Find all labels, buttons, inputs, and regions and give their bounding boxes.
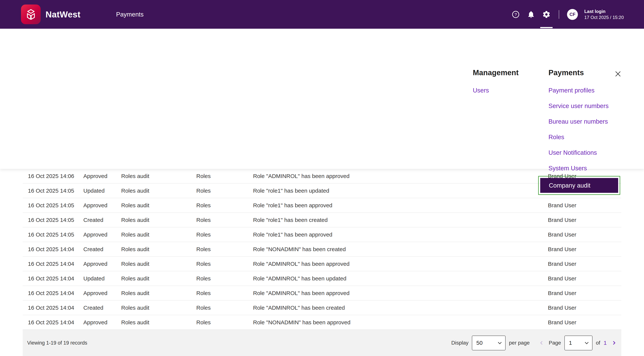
menu-link-payment-profiles[interactable]: Payment profiles bbox=[548, 83, 620, 98]
cell-action: Approved bbox=[83, 290, 121, 296]
cell-type: Roles bbox=[196, 232, 253, 238]
page-label: Page bbox=[549, 340, 561, 346]
of-label: of bbox=[596, 340, 600, 346]
cell-action: Approved bbox=[83, 232, 121, 238]
pagination-controls: Display 50 per page Page 1 of 1 bbox=[451, 335, 618, 350]
cell-category: Roles audit bbox=[121, 188, 196, 194]
notifications-button[interactable] bbox=[526, 0, 536, 29]
table-row: 16 Oct 2025 14:04ApprovedRoles auditRole… bbox=[23, 315, 621, 330]
cell-action: Approved bbox=[83, 173, 121, 179]
last-login-label: Last login bbox=[584, 9, 624, 15]
company-audit-table: 16 Oct 2025 14:06ApprovedRoles auditRole… bbox=[23, 168, 621, 330]
cell-date: 16 Oct 2025 14:04 bbox=[23, 275, 83, 282]
settings-button[interactable] bbox=[542, 0, 551, 29]
cell-category: Roles audit bbox=[121, 173, 196, 179]
records-summary: Viewing 1-19 of 19 records bbox=[27, 340, 87, 346]
close-icon bbox=[614, 70, 622, 77]
table-row: 16 Oct 2025 14:05ApprovedRoles auditRole… bbox=[23, 198, 621, 213]
cell-type: Roles bbox=[196, 173, 253, 179]
cell-date: 16 Oct 2025 14:05 bbox=[23, 217, 83, 223]
menu-link-system-users[interactable]: System Users bbox=[548, 160, 620, 176]
cell-category: Roles audit bbox=[121, 261, 196, 267]
menu-link-service-user-numbers[interactable]: Service user numbers bbox=[548, 98, 620, 114]
cell-user: Brand User bbox=[548, 202, 621, 209]
cell-type: Roles bbox=[196, 319, 253, 326]
avatar[interactable]: CF bbox=[567, 9, 578, 20]
cell-date: 16 Oct 2025 14:06 bbox=[23, 173, 83, 179]
cell-action: Approved bbox=[83, 319, 121, 326]
cell-date: 16 Oct 2025 14:04 bbox=[23, 319, 83, 326]
cell-category: Roles audit bbox=[121, 202, 196, 209]
close-menu-button[interactable] bbox=[614, 70, 622, 78]
table-row: 16 Oct 2025 14:04CreatedRoles auditRoles… bbox=[23, 300, 621, 315]
cell-user: Brand User bbox=[548, 305, 621, 311]
cell-description: Role "ADMINROL" has been updated bbox=[253, 275, 548, 282]
chevron-down-icon bbox=[497, 340, 502, 346]
cell-user: Brand User bbox=[548, 261, 621, 267]
audit-table-body: 16 Oct 2025 14:06ApprovedRoles auditRole… bbox=[23, 169, 621, 330]
cell-category: Roles audit bbox=[121, 217, 196, 223]
nav-item-payments[interactable]: Payments bbox=[116, 11, 144, 18]
cell-type: Roles bbox=[196, 290, 253, 296]
menu-link-users[interactable]: Users bbox=[473, 83, 519, 98]
settings-mega-menu: Management Users Payments Payment profil… bbox=[0, 29, 644, 169]
cell-user: Brand User bbox=[548, 246, 621, 252]
cell-description: Role "ADMINROL" has been created bbox=[253, 305, 548, 311]
menu-link-company-audit[interactable]: Company audit bbox=[540, 178, 618, 193]
per-page-label: per page bbox=[509, 340, 530, 346]
chevron-down-icon bbox=[584, 340, 590, 346]
cell-user: Brand User bbox=[548, 275, 621, 282]
cell-description: Role "NONADMIN" has been created bbox=[253, 246, 548, 252]
cell-type: Roles bbox=[196, 202, 253, 209]
menu-section-payments: Payments Payment profiles Service user n… bbox=[548, 68, 620, 195]
cell-date: 16 Oct 2025 14:04 bbox=[23, 305, 83, 311]
cell-description: Role "role1" has been updated bbox=[253, 188, 548, 194]
menu-link-bureau-user-numbers[interactable]: Bureau user numbers bbox=[548, 114, 620, 129]
next-page-button[interactable] bbox=[610, 339, 618, 347]
table-footer: Viewing 1-19 of 19 records Display 50 pe… bbox=[23, 330, 621, 356]
cell-description: Role "ADMINROL" has been approved bbox=[253, 290, 548, 296]
cell-action: Approved bbox=[83, 202, 121, 209]
table-row: 16 Oct 2025 14:05CreatedRoles auditRoles… bbox=[23, 213, 621, 227]
menu-title-management: Management bbox=[473, 68, 519, 77]
page-select[interactable]: 1 bbox=[564, 335, 592, 350]
last-login-value: 17 Oct 2025 / 15:20 bbox=[584, 15, 624, 21]
chevron-left-icon bbox=[538, 340, 545, 346]
cell-category: Roles audit bbox=[121, 232, 196, 238]
cell-user: Brand User bbox=[548, 319, 621, 326]
menu-link-roles[interactable]: Roles bbox=[548, 129, 620, 145]
menu-link-user-notifications[interactable]: User Notifications bbox=[548, 145, 620, 160]
per-page-select[interactable]: 50 bbox=[472, 335, 506, 350]
previous-page-button[interactable] bbox=[538, 339, 546, 347]
cell-date: 16 Oct 2025 14:05 bbox=[23, 188, 83, 194]
cell-date: 16 Oct 2025 14:04 bbox=[23, 261, 83, 267]
page-value: 1 bbox=[569, 340, 572, 346]
natwest-logo[interactable] bbox=[21, 5, 41, 24]
cell-category: Roles audit bbox=[121, 246, 196, 252]
cell-category: Roles audit bbox=[121, 319, 196, 326]
chevron-right-icon bbox=[611, 340, 617, 346]
cell-description: Role "ADMINROL" has been approved bbox=[253, 173, 548, 179]
cell-user: Brand User bbox=[548, 290, 621, 296]
table-row: 16 Oct 2025 14:05UpdatedRoles auditRoles… bbox=[23, 184, 621, 198]
cell-action: Updated bbox=[83, 275, 121, 282]
cell-category: Roles audit bbox=[121, 305, 196, 311]
brand-wordmark: NatWest bbox=[46, 9, 80, 20]
menu-title-payments: Payments bbox=[548, 68, 620, 77]
help-icon: ? bbox=[512, 10, 520, 19]
cell-category: Roles audit bbox=[121, 290, 196, 296]
cell-description: Role "NONADMIN" has been approved bbox=[253, 319, 548, 326]
menu-section-management: Management Users bbox=[473, 68, 519, 98]
help-button[interactable]: ? bbox=[511, 0, 520, 29]
cell-type: Roles bbox=[196, 261, 253, 267]
cell-type: Roles bbox=[196, 246, 253, 252]
bell-icon bbox=[527, 10, 535, 19]
header-divider bbox=[559, 10, 559, 19]
total-pages-link[interactable]: 1 bbox=[604, 340, 607, 346]
cell-user: Brand User bbox=[548, 217, 621, 223]
header-right-controls: ? CF Last login 17 Oct 2025 / 15:20 bbox=[511, 0, 624, 29]
app-header: NatWest Payments ? CF Last login 17 Oct … bbox=[0, 0, 644, 29]
table-row: 16 Oct 2025 14:04CreatedRoles auditRoles… bbox=[23, 242, 621, 257]
cell-user: Brand User bbox=[548, 232, 621, 238]
gear-icon bbox=[542, 10, 550, 19]
